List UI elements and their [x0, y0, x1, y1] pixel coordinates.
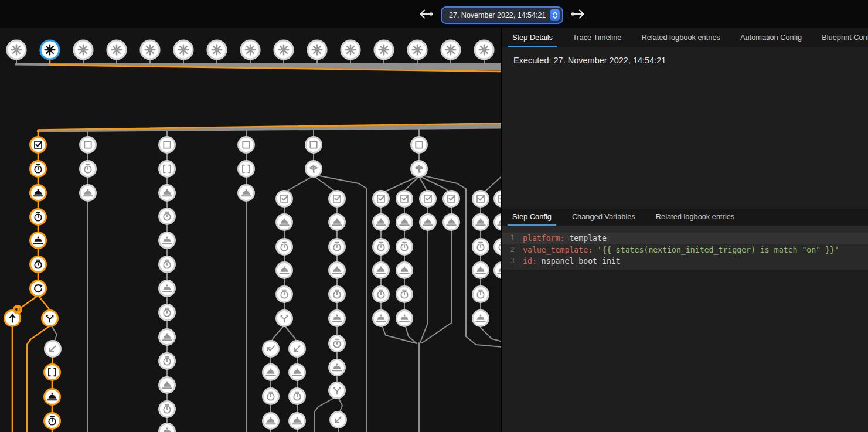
trace-node-timer[interactable] [30, 161, 46, 177]
trace-node-check-arrow[interactable] [263, 341, 279, 357]
trace-node-asterisk[interactable] [375, 40, 393, 59]
trace-node-asterisk[interactable] [408, 40, 427, 59]
trace-node-dome[interactable] [159, 281, 175, 297]
trace-node-dome[interactable] [45, 389, 60, 405]
trace-node-dome[interactable] [397, 215, 413, 230]
trace-node-dome[interactable] [239, 185, 254, 201]
trace-node-checkbox-blank[interactable] [306, 137, 322, 153]
trace-node-arrow-bottom-left[interactable] [45, 341, 61, 357]
trace-node-dome[interactable] [444, 215, 459, 230]
trace-node-dome[interactable] [80, 185, 96, 201]
trace-node-timer[interactable] [495, 239, 502, 255]
trace-node-timer[interactable] [277, 287, 292, 302]
run-select[interactable]: 27. November 2022, 14:54:21 [442, 8, 561, 22]
trace-node-arrow-decision[interactable] [411, 161, 427, 177]
trace-node-brackets[interactable] [45, 365, 60, 380]
trace-node-timer[interactable] [159, 257, 175, 273]
tab-step-details[interactable]: Step Details [508, 28, 557, 47]
trace-node-checkbox-marked[interactable] [444, 191, 459, 207]
trace-node-checkbox-marked[interactable] [397, 191, 413, 207]
trace-node-arrow-decision[interactable] [306, 161, 322, 177]
trace-node-timer[interactable] [80, 161, 96, 177]
trace-node-timer[interactable] [290, 389, 305, 404]
yaml-code-editor[interactable]: 1platform: template2value_template: '{{ … [502, 226, 868, 270]
trace-node-checkbox-marked[interactable] [473, 191, 489, 207]
trace-node-dome[interactable] [277, 263, 292, 278]
trace-node-checkbox-marked[interactable] [329, 191, 345, 207]
trace-node-timer[interactable] [473, 239, 489, 255]
trace-node-dome[interactable] [373, 311, 389, 326]
trace-node-dome[interactable] [473, 215, 489, 230]
trace-node-dome[interactable] [329, 263, 345, 278]
trace-node-dome[interactable] [329, 215, 345, 230]
trace-node-asterisk[interactable] [341, 40, 360, 59]
trace-node-refresh[interactable] [30, 281, 46, 297]
trace-node-dome[interactable] [373, 215, 389, 230]
trace-node-timer[interactable] [263, 389, 279, 404]
trace-node-timer[interactable] [373, 287, 389, 302]
trace-node-asterisk[interactable] [441, 40, 460, 59]
tab-related-logbook-entries[interactable]: Related logbook entries [636, 28, 724, 47]
trace-node-asterisk[interactable] [141, 40, 159, 59]
trace-node-checkbox-blank[interactable] [411, 137, 427, 153]
trace-node-dome[interactable] [495, 215, 502, 230]
trace-node-timer[interactable] [45, 413, 60, 429]
trace-node-checkbox-marked[interactable] [495, 191, 502, 207]
trace-node-brackets[interactable] [239, 161, 254, 177]
trace-node-timer[interactable] [159, 353, 175, 369]
trace-node-call-split[interactable] [329, 383, 345, 399]
trace-node-dome[interactable] [329, 311, 345, 326]
tab-automation-config[interactable]: Automation Config [736, 28, 806, 47]
trace-node-timer[interactable] [30, 209, 46, 225]
trace-node-dome[interactable] [159, 424, 175, 432]
previous-run-button[interactable] [417, 7, 435, 23]
tab-related-logbook-entries[interactable]: Related logbook entries [651, 209, 739, 226]
trace-node-dome[interactable] [473, 311, 489, 326]
trace-node-timer[interactable] [30, 257, 46, 273]
trace-node-timer[interactable] [397, 287, 413, 302]
trace-node-dome[interactable] [263, 365, 279, 380]
trace-node-dome[interactable] [30, 185, 46, 201]
trace-node-timer[interactable] [329, 336, 345, 352]
trace-node-dome[interactable] [495, 263, 502, 278]
trace-node-timer[interactable] [277, 239, 292, 255]
trace-node-dome[interactable] [373, 263, 389, 278]
trace-node-dome[interactable] [159, 377, 175, 393]
trace-node-checkbox-marked[interactable] [30, 137, 46, 153]
next-run-button[interactable] [569, 7, 587, 23]
trace-node-checkbox-marked[interactable] [373, 191, 389, 207]
trace-node-asterisk[interactable] [274, 40, 293, 59]
trace-node-dome[interactable] [473, 263, 489, 278]
trace-node-arrow-bottom-left[interactable] [331, 412, 346, 428]
trace-node-dome[interactable] [159, 329, 175, 345]
tab-trace-timeline[interactable]: Trace Timeline [568, 28, 626, 47]
trace-node-dome[interactable] [397, 263, 413, 278]
trace-node-timer[interactable] [159, 209, 175, 224]
trace-node-call-split[interactable] [42, 311, 58, 326]
trace-node-brackets[interactable] [159, 161, 175, 177]
trace-node-dome[interactable] [329, 360, 345, 376]
trace-node-timer[interactable] [397, 239, 413, 255]
trace-node-asterisk[interactable] [207, 40, 226, 59]
trace-node-dome[interactable] [420, 215, 436, 230]
trace-node-asterisk[interactable] [7, 40, 26, 59]
trace-node-asterisk[interactable] [74, 40, 93, 59]
trace-node-asterisk[interactable] [107, 40, 126, 59]
trace-node-dome[interactable] [290, 413, 305, 429]
trace-node-checkbox-blank[interactable] [80, 137, 96, 153]
trace-node-timer[interactable] [473, 287, 489, 302]
trace-node-dome[interactable] [159, 185, 175, 201]
trace-node-dome[interactable] [290, 365, 305, 380]
trace-node-dome[interactable] [263, 413, 279, 429]
trace-node-timer[interactable] [329, 287, 345, 302]
tab-changed-variables[interactable]: Changed Variables [567, 209, 640, 226]
trace-node-dome[interactable] [397, 311, 413, 326]
trace-node-asterisk[interactable] [308, 40, 326, 59]
trace-node-arrow-bottom-left[interactable] [290, 341, 305, 357]
trace-node-checkbox-blank[interactable] [239, 137, 254, 153]
trace-node-asterisk[interactable] [241, 40, 260, 59]
trace-node-checkbox-marked[interactable] [420, 191, 436, 207]
trace-node-dome[interactable] [30, 233, 46, 249]
trace-node-checkbox-marked[interactable] [277, 191, 292, 207]
trace-node-checkbox-blank[interactable] [159, 137, 175, 153]
